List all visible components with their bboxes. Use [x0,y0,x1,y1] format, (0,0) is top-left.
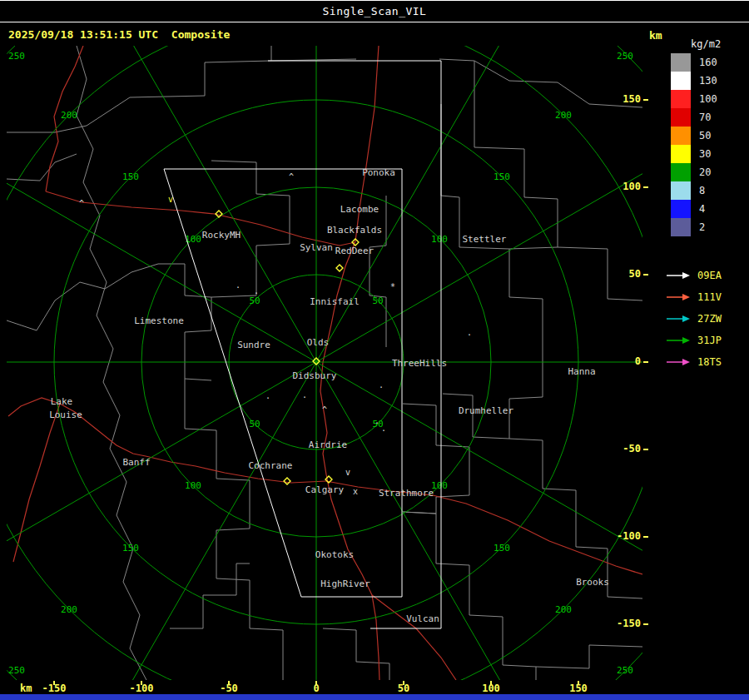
county-boundary [509,349,642,598]
colorbar-unit-label: kg/m2 [691,38,721,50]
y-axis-tick [643,449,648,450]
site-legend-row: 31JP [666,330,722,351]
map-marker-glyph-icon: . [379,380,384,390]
site-id: 111V [697,291,722,303]
range-ring-label: 200 [61,110,77,121]
city-label-louise: Louise [49,410,82,420]
city-label-threehills: ThreeHills [392,358,447,369]
range-ring-label: 200 [61,604,77,615]
colorbar-entry: 30 [671,145,726,163]
colorbar-value: 30 [699,148,726,160]
site-arrow-icon [666,271,691,280]
x-axis-label: -150 [36,683,72,694]
site-arrow-head [682,294,690,300]
range-ring-label: 150 [494,543,510,554]
city-label-stettler: Stettler [463,234,507,245]
colorbar-entry: 4 [671,200,726,218]
map-marker-glyph-icon: ^ [322,405,327,415]
city-label-drumheller: Drumheller [459,405,514,416]
city-label-hanna: Hanna [568,366,595,377]
colorbar-entry: 2 [671,218,726,236]
colorbar-swatch [671,127,691,145]
colorbar-value: 20 [699,166,726,178]
y-axis-label: -150 [613,618,641,629]
colorbar-value: 70 [699,112,726,123]
range-ring-label: 50 [249,295,260,306]
colorbar-entry: 50 [671,127,726,145]
y-axis-tick [643,274,648,276]
county-boundary [211,161,290,297]
city-label-limestone: Limestone [134,315,184,326]
city-label-blackfalds: Blackfalds [327,225,382,236]
map-marker-glyph-icon: * [390,282,395,291]
radar-site-legend: 09EA111V27ZW31JP18TS [666,265,722,373]
city-label-calgary: Calgary [305,484,345,495]
y-axis-tick [643,361,648,363]
range-ring-label: 100 [431,234,448,245]
site-id: 31JP [697,335,722,346]
y-axis-label: 50 [613,268,641,280]
y-axis-label: -100 [613,530,641,542]
site-arrow-head [682,272,690,279]
radar-map[interactable]: 5050505010010010010015015015015020020020… [7,46,642,680]
site-id: 09EA [697,270,722,281]
colorbar-value: 4 [699,203,726,215]
colorbar-swatch [671,108,691,127]
city-label-ponoka: Ponoka [362,167,395,178]
y-axis-unit-label: km [649,29,662,42]
city-label-airdrie: Airdrie [309,439,347,450]
county-boundary [403,512,536,680]
site-arrow-head [682,337,690,344]
y-axis-tick [643,623,648,625]
scan-timestamp: 2025/09/18 13:51:15 UTC [8,28,158,41]
bottom-taskbar [0,694,749,700]
map-marker-glyph-icon: . [381,424,386,433]
road-hwy23 [372,595,456,680]
county-boundary [7,46,271,132]
site-legend-row: 27ZW [666,308,722,330]
range-ring-label: 250 [617,51,633,62]
y-axis-tick [643,186,648,188]
colorbar-swatch [671,163,691,181]
colorbar-swatch [671,218,691,236]
city-label-brooks: Brooks [576,577,609,588]
colorbar-swatch [671,90,691,108]
city-label-banff: Banff [122,457,150,468]
x-axis-label: -50 [211,683,247,694]
site-arrow-icon [666,335,691,345]
county-boundary [185,379,250,480]
y-axis-label: 0 [613,355,641,367]
colorbar-swatch [671,145,691,163]
window-titlebar: Single_Scan_VIL [0,0,749,22]
colorbar-value: 100 [699,93,726,105]
colorbar-value: 160 [699,57,726,68]
radial-line-150deg [316,362,549,680]
colorbar-entry: 160 [671,53,726,72]
map-marker-glyph-icon: ^ [79,199,84,208]
county-boundary [7,154,77,181]
map-marker-glyph-icon: ^ [289,172,294,181]
city-label-didsbury: Didsbury [293,370,337,381]
range-ring-label: 100 [185,234,201,245]
city-label-okotoks: Okotoks [315,549,354,560]
map-marker-glyph-icon: . [265,391,270,400]
map-marker-glyph-icon: . [236,280,241,290]
range-ring-label: 50 [372,295,383,306]
colorbar-value: 130 [699,75,726,87]
scan-sector-outline [268,61,441,628]
site-id: 18TS [697,356,722,368]
range-ring-label: 200 [555,110,572,121]
colorbar-entry: 20 [671,163,726,181]
site-legend-row: 18TS [666,351,722,373]
radar-app-window: Single_Scan_VIL 2025/09/18 13:51:15 UTC … [0,0,749,700]
y-axis-tick [643,99,648,101]
colorbar-value: 2 [699,221,726,233]
colorbar-swatch [671,200,691,218]
x-axis-label: 0 [298,683,335,694]
y-axis-label: -50 [613,443,641,454]
colorbar-swatch [671,72,691,90]
range-ring-label: 250 [617,665,633,676]
map-marker-glyph-icon: . [374,416,379,425]
city-label-rockymh: RockyMH [202,230,241,241]
road-hwy93 [13,404,60,562]
